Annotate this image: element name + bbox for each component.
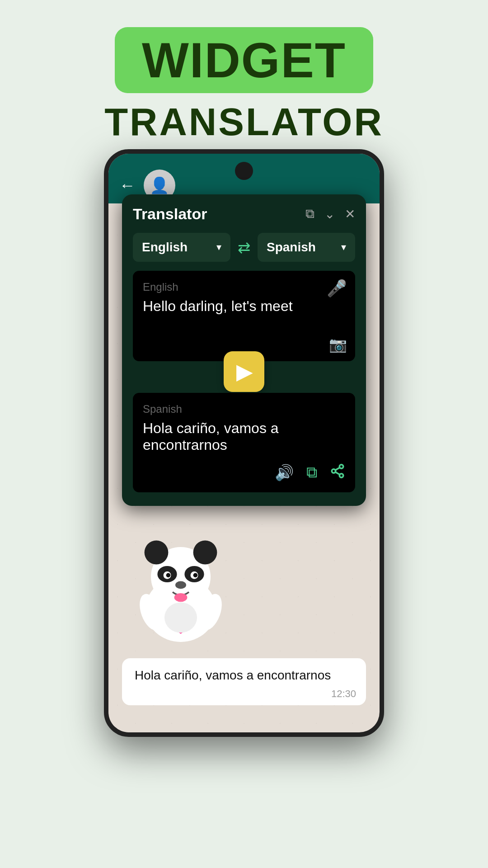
copy-widget-icon[interactable]: ⧉ xyxy=(305,207,314,222)
target-language-select[interactable]: Spanish ▾ xyxy=(258,233,355,262)
translate-button-wrapper: ▶ xyxy=(133,351,355,392)
speaker-icon[interactable]: 🔊 xyxy=(275,463,294,482)
swap-icon: ⇄ xyxy=(238,238,250,256)
camera-icon[interactable]: 📷 xyxy=(329,336,347,353)
svg-line-18 xyxy=(335,472,340,475)
chat-timestamp: 12:30 xyxy=(331,688,356,700)
input-area-label: English xyxy=(143,281,345,293)
svg-point-2 xyxy=(145,541,169,565)
widget-title-label: Translator xyxy=(133,205,207,223)
share-icon[interactable] xyxy=(330,463,345,482)
title-area: WIDGET TRANSLATOR xyxy=(0,0,488,144)
input-text-area: English Hello darling, let's meet 🎤 📷 xyxy=(133,271,355,361)
language-selector-row: English ▾ ⇄ Spanish ▾ xyxy=(133,233,355,262)
input-text[interactable]: Hello darling, let's meet xyxy=(143,298,345,315)
output-text-area: Spanish Hola cariño, vamos a encontrarno… xyxy=(133,393,355,492)
source-language-label: English xyxy=(142,240,188,255)
widget-badge: WIDGET xyxy=(115,27,373,93)
copy-output-icon[interactable]: ⧉ xyxy=(306,463,317,482)
output-text: Hola cariño, vamos a encontrarnos xyxy=(143,420,345,453)
svg-point-10 xyxy=(175,581,186,589)
translate-arrow-icon: ▶ xyxy=(236,360,252,383)
translator-subtitle: TRANSLATOR xyxy=(104,100,384,144)
minimize-icon[interactable]: ⌄ xyxy=(324,207,335,222)
phone-wrapper: ← 👤 xyxy=(90,149,398,760)
widget-header: Translator ⧉ ⌄ ✕ xyxy=(133,205,355,223)
translator-widget: Translator ⧉ ⌄ ✕ English ▾ ⇄ Spanish xyxy=(122,194,366,506)
svg-point-9 xyxy=(193,573,198,578)
target-dropdown-arrow: ▾ xyxy=(341,241,346,253)
source-dropdown-arrow: ▾ xyxy=(216,241,221,253)
swap-languages-button[interactable]: ⇄ xyxy=(238,238,250,256)
chat-bubble: Hola cariño, vamos a encontrarnos 12:30 xyxy=(122,658,366,705)
svg-point-8 xyxy=(166,573,171,578)
translate-button[interactable]: ▶ xyxy=(224,351,264,392)
chat-message-text: Hola cariño, vamos a encontrarnos xyxy=(135,668,331,682)
output-area-label: Spanish xyxy=(143,403,345,415)
widget-controls: ⧉ ⌄ ✕ xyxy=(305,207,355,222)
close-icon[interactable]: ✕ xyxy=(345,207,355,222)
target-language-label: Spanish xyxy=(267,240,316,255)
phone-frame: ← 👤 xyxy=(104,149,384,737)
camera-notch xyxy=(235,162,253,180)
microphone-icon[interactable]: 🎤 xyxy=(327,279,347,298)
source-language-select[interactable]: English ▾ xyxy=(133,233,230,262)
panda-sticker xyxy=(127,533,235,642)
widget-title: WIDGET xyxy=(142,32,346,88)
output-actions-row: 🔊 ⧉ xyxy=(143,463,345,482)
back-arrow-icon[interactable]: ← xyxy=(119,176,136,195)
svg-point-3 xyxy=(193,541,217,565)
svg-line-19 xyxy=(335,467,340,470)
svg-point-11 xyxy=(174,593,188,602)
svg-point-14 xyxy=(164,602,197,632)
